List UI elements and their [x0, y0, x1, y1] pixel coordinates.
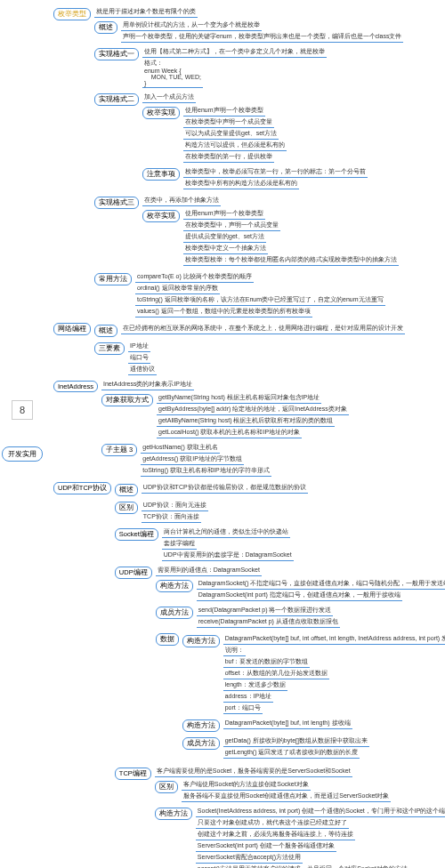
- inet-sm[interactable]: 子主题 3: [101, 444, 137, 456]
- enum-m1[interactable]: 实现格式一: [94, 48, 139, 60]
- enum-desc: 就是用于描述对象个数是有限个的类: [94, 7, 198, 18]
- inet-title[interactable]: InetAddress: [53, 381, 98, 392]
- leaf: Socket(InetAddress address, int port) 创建…: [196, 807, 445, 817]
- sj-cy[interactable]: 成员方法: [182, 737, 220, 750]
- leaf: 在枚举类型中声明一个成员变量: [183, 117, 274, 128]
- leaf: ordinal() 返回枚举常量的序数: [135, 284, 220, 294]
- leaf: 枚举类型中所有的构造方法必须是私有的: [183, 179, 299, 189]
- leaf: 构造方法可以提供，但必须是私有的: [183, 141, 287, 151]
- tcp-edit[interactable]: TCP编程: [115, 768, 151, 780]
- udp-gz[interactable]: 构造方法: [156, 580, 193, 592]
- leaf: DatagramPacket(byte[] buf, int offset, i…: [223, 634, 445, 645]
- mindmap-root: 8 开发实用 枚举类型 就是用于描述对象个数是有限个的类 概述 用单例设计模式的…: [0, 0, 445, 868]
- tcp-qb[interactable]: 区别: [155, 781, 178, 793]
- leaf: 使用enum声明一个枚举类型: [183, 106, 265, 117]
- leaf: getHostName() 获取主机名: [141, 443, 219, 454]
- leaf: InetAddress类的对象表示IP地址: [101, 380, 194, 390]
- leaf: send(DatagramPacket p) 将一个数据报进行发送: [197, 606, 334, 616]
- tcp-gz[interactable]: 构造方法: [155, 808, 192, 820]
- section-net: 网络编程 概述 在已经拥有的相互联系的网络系统中，在整个系统之上，使用网络进行编…: [53, 321, 445, 377]
- root-title: 开发实用: [2, 446, 43, 462]
- leaf: 枚举类型中定义一个抽象方法: [183, 244, 268, 254]
- leaf: 在枚举类型的第一行，提供枚举: [183, 152, 274, 163]
- main-tree: 枚举类型 就是用于描述对象个数是有限个的类 概述 用单例设计模式的方法，从一个变…: [53, 6, 445, 868]
- leaf: getAddress() 获取IP地址的字节数组: [141, 454, 244, 465]
- leaf: 只要这个对象创建成功，就代表这个连接已经建立好了: [196, 818, 349, 829]
- leaf: getLocalHost() 获取本机的主机名称和IP地址的对象: [157, 428, 302, 438]
- leaf: 声明一个枚举类型，使用的关键字enum，枚举类型声明出来也是一个类型，编译后也是…: [121, 32, 403, 43]
- leaf: 说明：: [223, 646, 246, 656]
- leaf: IP地址: [128, 342, 150, 352]
- udptcp-title[interactable]: UDP和TCP协议: [53, 482, 111, 494]
- leaf: address：IP地址: [223, 692, 274, 703]
- leaf: 使用【格式第二种方式】，在一个类中多定义几个对象，就是枚举: [142, 47, 327, 58]
- leaf: UDP中需要用到的套接字是：DatagramSocket: [162, 551, 294, 561]
- leaf: getData() 所接收到的byte[]数组从数据报中获取出来: [223, 736, 369, 747]
- leaf: receive(DatagramPacket p) 从通信点收取数据报包: [197, 617, 340, 628]
- udp-sk[interactable]: Socket编程: [115, 528, 158, 541]
- udp-qb[interactable]: 区别: [115, 502, 138, 514]
- leaf: 枚举类型中，枚举必须写在第一行，第一行的标志：第一个分号前: [183, 167, 368, 178]
- leaf: 服务器端不要直接使用Socket创建通信点对象，而是通过ServerSocket…: [182, 792, 391, 802]
- leaf: 需要用到的通信点：DatagramSocket: [156, 566, 262, 576]
- enum-m3[interactable]: 实现格式三: [94, 197, 139, 209]
- leaf: DatagramSocket(int port) 指定端口号，创建通信点对象，一…: [197, 591, 402, 601]
- leaf: accept()方法是用于等待客户端的请求，并且返回一个对应Socket对象的方…: [196, 864, 409, 869]
- leaf: 枚举类型枚举：每个枚举都使用匿名内部类的格式实现枚举类型中的抽象方法: [183, 255, 399, 266]
- leaf: 可以为成员变量提供get、set方法: [183, 129, 279, 140]
- leaf: 套接字编程: [162, 539, 197, 550]
- root-left: 8 开发实用: [2, 400, 43, 462]
- enum-cm[interactable]: 常用方法: [94, 273, 132, 285]
- leaf: getByName(String host) 根据主机名称返回对象包含IP地址: [157, 393, 321, 404]
- net-sys[interactable]: 三要素: [94, 342, 125, 355]
- udp-sj[interactable]: 数据: [156, 633, 179, 646]
- leaf: compareTo(E o) 比较两个枚举类型的顺序: [135, 272, 254, 283]
- leaf: 提供成员变量的get、set方法: [183, 232, 266, 243]
- leaf: toString() 返回枚举项的名称，该方法在Enum类中已经重写过了，自定义…: [135, 295, 385, 306]
- enum-m2[interactable]: 实现格式二: [94, 93, 139, 106]
- leaf: getLength() 返回发送了或者接收到的数据的长度: [223, 748, 360, 759]
- leaf: 在已经拥有的相互联系的网络系统中，在整个系统之上，使用网络进行编程，是针对应用层…: [121, 324, 405, 334]
- leaf: offset：从数组的第几位开始发送数据: [223, 669, 329, 679]
- udp-gs[interactable]: 概述: [115, 484, 138, 496]
- leaf: buf：要发送的数据的字节数组: [223, 657, 311, 668]
- leaf: getAllByName(String host) 根据主机后获取所有对应的类的…: [157, 416, 335, 427]
- leaf: UDP协议：面向无连接: [142, 501, 208, 511]
- leaf: UDP协议和TCP协议都是传输层协议，都是规范数据的协议: [142, 483, 308, 494]
- net-title[interactable]: 网络编程: [53, 323, 91, 335]
- sj-gz[interactable]: 构造方法: [182, 635, 220, 647]
- udp-cy[interactable]: 成员方法: [156, 607, 193, 619]
- enum-gaishu[interactable]: 概述: [94, 21, 117, 34]
- leaf: values() 返回一个数组，数组中的元素是枚举类型的所有枚举项: [135, 307, 312, 317]
- leaf: DatagramSocket() 不指定端口号，直接创建通信点对象，端口号随机分…: [197, 579, 445, 590]
- leaf: 加入一个成员方法: [142, 92, 196, 103]
- leaf: getByAddress(byte[] addr) 给定地址的地址，返回Inet…: [157, 405, 349, 415]
- enum-m2c[interactable]: 注意事项: [142, 168, 180, 181]
- enum-title[interactable]: 枚举类型: [53, 8, 91, 20]
- inet-gm[interactable]: 对象获取方式: [101, 394, 153, 406]
- leaf: 通信协议: [128, 365, 157, 375]
- leaf: 在枚举类型中，声明一个成员变量: [183, 221, 280, 231]
- leaf: ServerSocket(int port) 创建一个服务器端通信对象: [196, 841, 336, 852]
- net-gs[interactable]: 概述: [94, 325, 117, 337]
- enum-m3b[interactable]: 枚举实现: [142, 210, 180, 222]
- enum-m2b[interactable]: 枚举实现: [142, 107, 180, 119]
- section-enum: 枚举类型 就是用于描述对象个数是有限个的类 概述 用单例设计模式的方法，从一个变…: [53, 6, 445, 319]
- leaf: length：发送多少数据: [223, 680, 287, 691]
- leaf: 创建这个对象之前，必须先将服务器端连接上，等待连接: [196, 830, 355, 840]
- leaf: 两台计算机之间的通信，类似生活中的快递站: [162, 527, 290, 538]
- leaf: 客户端需要使用的是Socket，服务器端需要的是ServerSocket和Soc…: [155, 767, 352, 777]
- leaf: toString() 获取主机名称和IP地址的字符串形式: [141, 466, 271, 477]
- section-udptcp: UDP和TCP协议 概述 UDP协议和TCP协议都是传输层协议，都是规范数据的协…: [53, 480, 445, 868]
- udp-edit[interactable]: UDP编程: [115, 567, 152, 579]
- leaf: 使用enum声明一个枚举类型: [183, 209, 265, 220]
- root-number: 8: [12, 400, 33, 420]
- leaf: TCP协议：面向连接: [142, 512, 201, 523]
- leaf: DatagramPacket(byte[] buf, int length) 接…: [223, 719, 352, 729]
- section-inet: InetAddress InetAddress类的对象表示IP地址 对象获取方式…: [53, 379, 445, 478]
- leaf: port：端口号: [223, 703, 263, 714]
- sj-gz2[interactable]: 构造方法: [182, 719, 220, 732]
- leaf: 客户端使用Socket的方法直接创建Socket对象: [182, 780, 311, 791]
- leaf: 用单例设计模式的方法，从一个变为多个就是枚举: [121, 20, 262, 31]
- leaf: 格式： enum Week { MON, TUE, WED; }: [142, 59, 203, 88]
